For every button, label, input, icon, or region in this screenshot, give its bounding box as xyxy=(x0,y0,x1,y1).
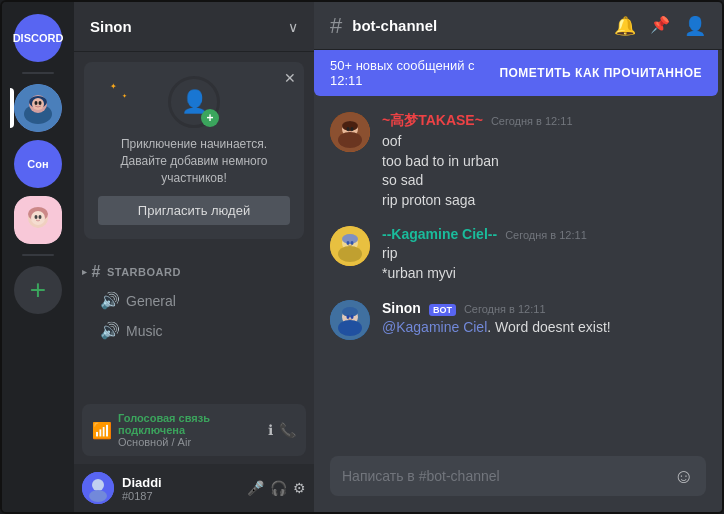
svg-point-6 xyxy=(39,101,42,105)
hash-icon: # xyxy=(92,263,101,281)
deafen-button[interactable]: 🎧 xyxy=(270,480,287,496)
channel-sidebar: Sinon ∨ ✕ ✦ ✦ 👤 + Приключение начинается… xyxy=(74,2,314,512)
svg-point-18 xyxy=(342,121,358,131)
voice-info: 📶 Голосовая связь подключена Основной / … xyxy=(92,412,268,448)
category-arrow-icon: ▸ xyxy=(82,267,88,277)
message-input-area: ☺ xyxy=(314,456,722,512)
mark-read-button[interactable]: ПОМЕТИТЬ КАК ПРОЧИТАННОЕ xyxy=(499,66,702,80)
svg-point-20 xyxy=(351,127,354,131)
category-label: starboard xyxy=(107,266,181,278)
voice-connected-label: Голосовая связь подключена xyxy=(118,412,268,436)
svg-point-25 xyxy=(347,241,350,245)
voice-icon-general: 🔊 xyxy=(100,291,120,310)
user-actions: 🎤 🎧 ⚙ xyxy=(247,480,306,496)
channel-music[interactable]: 🔊 Music xyxy=(82,316,306,345)
user-name: Diaddi xyxy=(122,475,239,490)
message-author-3: Sinon xyxy=(382,300,421,316)
active-pill xyxy=(10,88,14,128)
mention-kagamine: @Kagamine Ciel xyxy=(382,319,487,335)
svg-point-11 xyxy=(35,215,38,219)
svg-point-14 xyxy=(92,479,104,491)
channel-music-label: Music xyxy=(126,323,163,339)
message-timestamp-3: Сегодня в 12:11 xyxy=(464,303,546,315)
add-server-icon: + xyxy=(30,274,46,306)
svg-point-19 xyxy=(347,127,350,131)
sidebar-bottom: 📶 Голосовая связь подключена Основной / … xyxy=(74,404,314,512)
message-content-3: Sinon BOT Сегодня в 12:11 @Kagamine Ciel… xyxy=(382,300,611,340)
messages-container: ~高梦TAKASE~ Сегодня в 12:11 ooftoo bad to… xyxy=(314,96,722,456)
server-1-icon[interactable] xyxy=(14,84,62,132)
channel-general[interactable]: 🔊 General xyxy=(82,286,306,315)
channel-general-label: General xyxy=(126,293,176,309)
members-icon[interactable]: 👤 xyxy=(684,15,706,37)
server-sidebar: DISCORD xyxy=(2,2,74,512)
message-timestamp-2: Сегодня в 12:11 xyxy=(505,229,587,241)
sparkle-icon-2: ✦ xyxy=(122,92,127,99)
message-header-2: --Kagamine Ciel-- Сегодня в 12:11 xyxy=(382,226,587,242)
message-text-3: @Kagamine Ciel. Word doesnt exist! xyxy=(382,318,611,338)
user-tag: #0187 xyxy=(122,490,239,502)
sidebar-header[interactable]: Sinon ∨ xyxy=(74,2,314,52)
voice-icon-music: 🔊 xyxy=(100,321,120,340)
add-server-button[interactable]: + xyxy=(14,266,62,314)
svg-point-12 xyxy=(39,215,42,219)
discord-logo-button[interactable]: DISCORD xyxy=(14,14,62,62)
message-input[interactable] xyxy=(342,456,674,496)
server-2-icon[interactable]: Сон xyxy=(14,140,62,188)
avatar-sinon xyxy=(330,300,370,340)
invite-people-button[interactable]: Пригласить людей xyxy=(98,196,290,225)
svg-point-24 xyxy=(342,234,358,244)
avatar-takase xyxy=(330,112,370,152)
welcome-avatar-plus-icon: + xyxy=(201,109,219,127)
welcome-text: Приключение начинается. Давайте добавим … xyxy=(98,136,290,186)
svg-point-21 xyxy=(338,132,362,148)
welcome-card: ✕ ✦ ✦ 👤 + Приключение начинается. Давайт… xyxy=(84,62,304,239)
welcome-close-button[interactable]: ✕ xyxy=(284,70,296,86)
chat-channel-title: bot-channel xyxy=(352,17,437,34)
emoji-button[interactable]: ☺ xyxy=(674,465,694,488)
message-timestamp-1: Сегодня в 12:11 xyxy=(491,115,573,127)
channel-category-starboard[interactable]: ▸ # starboard xyxy=(74,257,314,285)
svg-point-5 xyxy=(35,101,38,105)
message-content-1: ~高梦TAKASE~ Сегодня в 12:11 ooftoo bad to… xyxy=(382,112,573,210)
chat-area: # bot-channel 🔔 📌 👤 50+ новых сообщений … xyxy=(314,2,722,512)
pin-icon[interactable]: 📌 xyxy=(650,15,670,37)
settings-button[interactable]: ⚙ xyxy=(293,480,306,496)
unread-text: 50+ новых сообщений с 12:11 xyxy=(330,58,499,88)
mute-button[interactable]: 🎤 xyxy=(247,480,264,496)
unread-banner: 50+ новых сообщений с 12:11 ПОМЕТИТЬ КАК… xyxy=(314,50,718,96)
bot-badge: BOT xyxy=(429,304,456,316)
server-1-avatar xyxy=(14,84,62,132)
svg-point-4 xyxy=(32,98,44,110)
server-3-icon[interactable] xyxy=(14,196,62,244)
server-separator-2 xyxy=(22,254,54,256)
user-panel: Diaddi #0187 🎤 🎧 ⚙ xyxy=(74,464,314,512)
message-author-1: ~高梦TAKASE~ xyxy=(382,112,483,130)
voice-signal-icon: 📶 xyxy=(92,421,112,440)
app-container: DISCORD xyxy=(0,0,724,514)
welcome-avatar-area: ✦ ✦ 👤 + xyxy=(98,76,290,128)
notification-bell-icon[interactable]: 🔔 xyxy=(614,15,636,37)
svg-point-27 xyxy=(338,246,362,262)
welcome-avatar: 👤 + xyxy=(168,76,220,128)
server-separator-1 xyxy=(22,72,54,74)
message-content-2: --Kagamine Ciel-- Сегодня в 12:11 rip*ur… xyxy=(382,226,587,283)
voice-text-area: Голосовая связь подключена Основной / Ai… xyxy=(118,412,268,448)
message-header-3: Sinon BOT Сегодня в 12:11 xyxy=(382,300,611,316)
sparkle-icon-1: ✦ xyxy=(110,82,117,91)
svg-point-31 xyxy=(347,315,350,319)
svg-point-15 xyxy=(89,490,107,502)
voice-info-button[interactable]: ℹ xyxy=(268,422,273,438)
svg-point-26 xyxy=(351,241,354,245)
channel-section: ▸ # starboard 🔊 General 🔊 Music xyxy=(74,249,314,354)
server-name: Sinon xyxy=(90,18,132,35)
server-icon-wrapper-1 xyxy=(14,84,62,132)
table-row: Sinon BOT Сегодня в 12:11 @Kagamine Ciel… xyxy=(330,300,706,340)
chat-header-actions: 🔔 📌 👤 xyxy=(614,15,706,37)
message-header-1: ~高梦TAKASE~ Сегодня в 12:11 xyxy=(382,112,573,130)
user-info: Diaddi #0187 xyxy=(122,475,239,502)
svg-point-33 xyxy=(338,320,362,336)
table-row: --Kagamine Ciel-- Сегодня в 12:11 rip*ur… xyxy=(330,226,706,283)
voice-phone-button[interactable]: 📞 xyxy=(279,422,296,438)
sidebar-arrow-icon: ∨ xyxy=(288,19,298,35)
